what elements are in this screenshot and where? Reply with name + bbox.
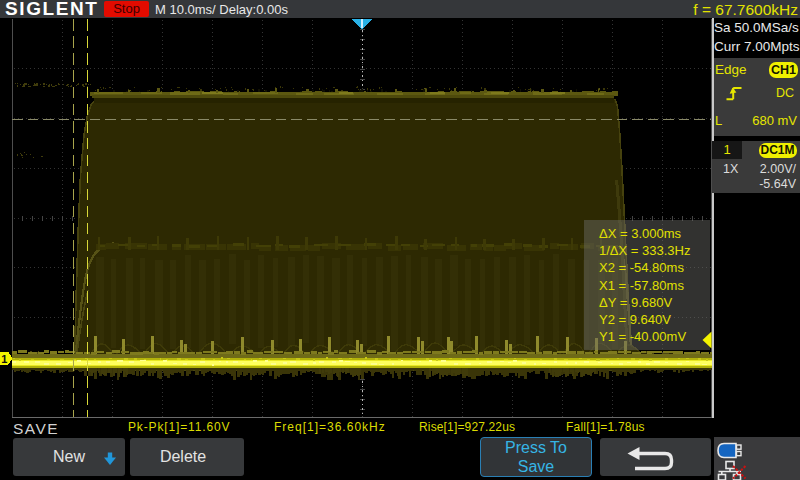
svg-text:1: 1 xyxy=(1,353,7,365)
